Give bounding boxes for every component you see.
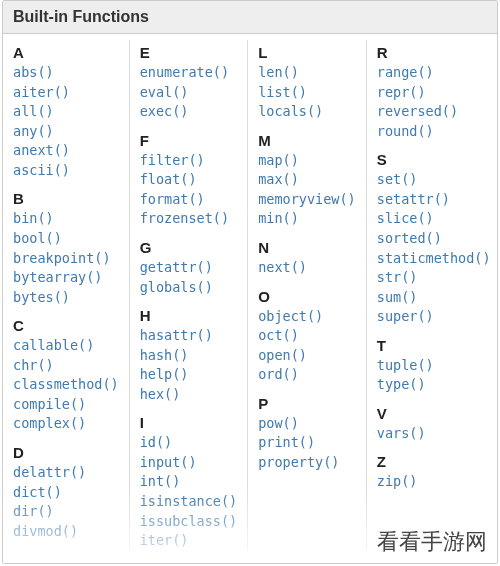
function-link-print[interactable]: print() bbox=[258, 433, 356, 453]
function-link-bytes[interactable]: bytes() bbox=[13, 288, 119, 308]
function-link-complex[interactable]: complex() bbox=[13, 414, 119, 434]
function-list: set()setattr()slice()sorted()staticmetho… bbox=[377, 170, 491, 327]
function-link-anext[interactable]: anext() bbox=[13, 141, 119, 161]
function-link-any[interactable]: any() bbox=[13, 122, 119, 142]
group-letter-R: R bbox=[377, 44, 491, 61]
function-link-id[interactable]: id() bbox=[140, 433, 238, 453]
function-link-oct[interactable]: oct() bbox=[258, 326, 356, 346]
function-link-hasattr[interactable]: hasattr() bbox=[140, 326, 238, 346]
builtin-functions-panel: Built-in Functions Aabs()aiter()all()any… bbox=[2, 0, 498, 564]
function-link-isinstance[interactable]: isinstance() bbox=[140, 492, 238, 512]
function-link-input[interactable]: input() bbox=[140, 453, 238, 473]
function-list: delattr()dict()dir()divmod() bbox=[13, 463, 119, 541]
function-link-enumerate[interactable]: enumerate() bbox=[140, 63, 238, 83]
function-link-pow[interactable]: pow() bbox=[258, 414, 356, 434]
function-link-repr[interactable]: repr() bbox=[377, 83, 491, 103]
function-link-setattr[interactable]: setattr() bbox=[377, 190, 491, 210]
function-link-tuple[interactable]: tuple() bbox=[377, 356, 491, 376]
function-link-globals[interactable]: globals() bbox=[140, 278, 238, 298]
function-list: hasattr()hash()help()hex() bbox=[140, 326, 238, 404]
group-F: Ffilter()float()format()frozenset() bbox=[140, 132, 238, 229]
function-link-delattr[interactable]: delattr() bbox=[13, 463, 119, 483]
group-B: Bbin()bool()breakpoint()bytearray()bytes… bbox=[13, 190, 119, 307]
function-link-hex[interactable]: hex() bbox=[140, 385, 238, 405]
group-letter-C: C bbox=[13, 317, 119, 334]
function-link-frozenset[interactable]: frozenset() bbox=[140, 209, 238, 229]
function-link-compile[interactable]: compile() bbox=[13, 395, 119, 415]
function-link-object[interactable]: object() bbox=[258, 307, 356, 327]
function-link-super[interactable]: super() bbox=[377, 307, 491, 327]
group-P: Ppow()print()property() bbox=[258, 395, 356, 473]
group-letter-D: D bbox=[13, 444, 119, 461]
group-V: Vvars() bbox=[377, 405, 491, 444]
function-list: tuple()type() bbox=[377, 356, 491, 395]
function-link-zip[interactable]: zip() bbox=[377, 472, 491, 492]
function-link-getattr[interactable]: getattr() bbox=[140, 258, 238, 278]
function-link-dict[interactable]: dict() bbox=[13, 483, 119, 503]
function-link-bin[interactable]: bin() bbox=[13, 209, 119, 229]
function-list: getattr()globals() bbox=[140, 258, 238, 297]
function-list: len()list()locals() bbox=[258, 63, 356, 122]
function-link-callable[interactable]: callable() bbox=[13, 336, 119, 356]
function-link-min[interactable]: min() bbox=[258, 209, 356, 229]
function-link-bool[interactable]: bool() bbox=[13, 229, 119, 249]
function-link-eval[interactable]: eval() bbox=[140, 83, 238, 103]
function-link-float[interactable]: float() bbox=[140, 170, 238, 190]
function-link-set[interactable]: set() bbox=[377, 170, 491, 190]
group-H: Hhasattr()hash()help()hex() bbox=[140, 307, 238, 404]
function-list: range()repr()reversed()round() bbox=[377, 63, 491, 141]
function-link-iter[interactable]: iter() bbox=[140, 531, 238, 551]
function-link-ord[interactable]: ord() bbox=[258, 365, 356, 385]
function-link-filter[interactable]: filter() bbox=[140, 151, 238, 171]
function-link-str[interactable]: str() bbox=[377, 268, 491, 288]
group-E: Eenumerate()eval()exec() bbox=[140, 44, 238, 122]
function-link-abs[interactable]: abs() bbox=[13, 63, 119, 83]
group-letter-T: T bbox=[377, 337, 491, 354]
function-link-round[interactable]: round() bbox=[377, 122, 491, 142]
function-link-max[interactable]: max() bbox=[258, 170, 356, 190]
function-link-property[interactable]: property() bbox=[258, 453, 356, 473]
function-link-exec[interactable]: exec() bbox=[140, 102, 238, 122]
function-list: object()oct()open()ord() bbox=[258, 307, 356, 385]
function-link-locals[interactable]: locals() bbox=[258, 102, 356, 122]
function-link-classmethod[interactable]: classmethod() bbox=[13, 375, 119, 395]
panel-title: Built-in Functions bbox=[3, 1, 497, 34]
function-link-aiter[interactable]: aiter() bbox=[13, 83, 119, 103]
function-link-type[interactable]: type() bbox=[377, 375, 491, 395]
function-link-sorted[interactable]: sorted() bbox=[377, 229, 491, 249]
function-link-vars[interactable]: vars() bbox=[377, 424, 491, 444]
function-link-hash[interactable]: hash() bbox=[140, 346, 238, 366]
function-link-slice[interactable]: slice() bbox=[377, 209, 491, 229]
group-I: Iid()input()int()isinstance()issubclass(… bbox=[140, 414, 238, 550]
function-list: callable()chr()classmethod()compile()com… bbox=[13, 336, 119, 434]
function-link-all[interactable]: all() bbox=[13, 102, 119, 122]
function-list: enumerate()eval()exec() bbox=[140, 63, 238, 122]
function-link-next[interactable]: next() bbox=[258, 258, 356, 278]
column-0: Aabs()aiter()all()any()anext()ascii()Bbi… bbox=[3, 40, 130, 551]
column-1: Eenumerate()eval()exec()Ffilter()float()… bbox=[130, 40, 249, 551]
function-link-format[interactable]: format() bbox=[140, 190, 238, 210]
function-link-ascii[interactable]: ascii() bbox=[13, 161, 119, 181]
group-letter-S: S bbox=[377, 151, 491, 168]
function-link-breakpoint[interactable]: breakpoint() bbox=[13, 249, 119, 269]
group-S: Sset()setattr()slice()sorted()staticmeth… bbox=[377, 151, 491, 327]
function-link-int[interactable]: int() bbox=[140, 472, 238, 492]
function-link-memoryview[interactable]: memoryview() bbox=[258, 190, 356, 210]
function-link-issubclass[interactable]: issubclass() bbox=[140, 512, 238, 532]
function-link-open[interactable]: open() bbox=[258, 346, 356, 366]
group-T: Ttuple()type() bbox=[377, 337, 491, 395]
function-link-help[interactable]: help() bbox=[140, 365, 238, 385]
function-link-len[interactable]: len() bbox=[258, 63, 356, 83]
function-link-sum[interactable]: sum() bbox=[377, 288, 491, 308]
function-link-list[interactable]: list() bbox=[258, 83, 356, 103]
function-link-reversed[interactable]: reversed() bbox=[377, 102, 491, 122]
function-link-staticmethod[interactable]: staticmethod() bbox=[377, 249, 491, 269]
function-link-dir[interactable]: dir() bbox=[13, 502, 119, 522]
function-link-chr[interactable]: chr() bbox=[13, 356, 119, 376]
column-2: Llen()list()locals()Mmap()max()memoryvie… bbox=[248, 40, 367, 551]
function-link-divmod[interactable]: divmod() bbox=[13, 522, 119, 542]
function-link-range[interactable]: range() bbox=[377, 63, 491, 83]
function-link-map[interactable]: map() bbox=[258, 151, 356, 171]
function-link-bytearray[interactable]: bytearray() bbox=[13, 268, 119, 288]
group-letter-O: O bbox=[258, 288, 356, 305]
